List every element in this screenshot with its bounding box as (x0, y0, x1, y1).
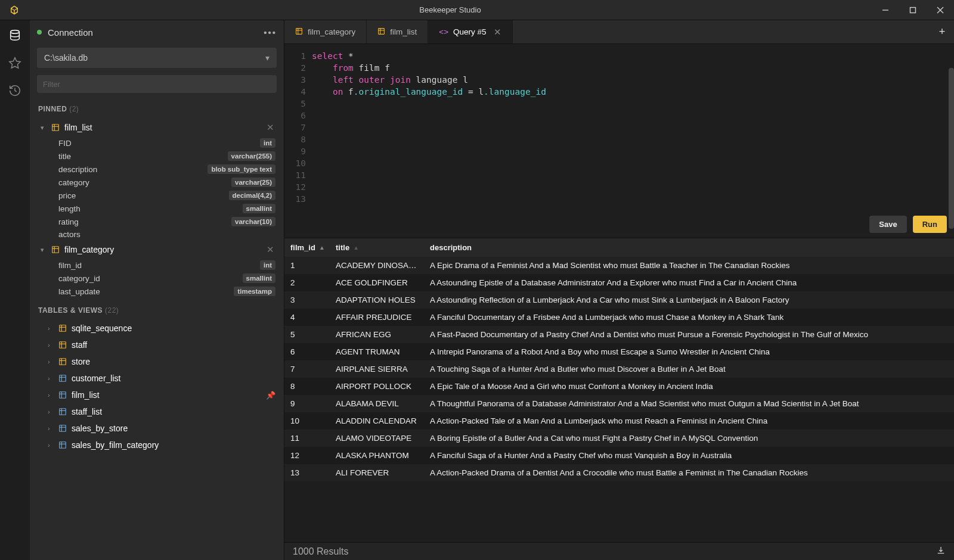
cell-film-id: 1 (284, 257, 330, 274)
filter-input-wrap[interactable] (37, 75, 277, 93)
results-row[interactable]: 6 AGENT TRUMAN A Intrepid Panorama of a … (284, 343, 954, 360)
cell-film-id: 5 (284, 326, 330, 343)
table-icon (58, 391, 67, 399)
column-name: length (58, 204, 243, 213)
column-name: last_update (58, 287, 234, 296)
results-row[interactable]: 5 AFRICAN EGG A Fast-Paced Documentary o… (284, 326, 954, 343)
column-type-pill: varchar(25) (231, 178, 275, 187)
unpin-button[interactable]: ✕ (265, 244, 275, 255)
tab[interactable]: <>Query #5✕ (428, 20, 512, 43)
table-name: staff_list (72, 407, 275, 416)
results-row[interactable]: 1 ACADEMY DINOSAUR A Epic Drama of a Fem… (284, 257, 954, 274)
results-row[interactable]: 9 ALABAMA DEVIL A Thoughtful Panorama of… (284, 395, 954, 412)
sql-editor[interactable]: 12345678910111213 select * from film f l… (284, 44, 954, 211)
tabs-row: film_categoryfilm_list<>Query #5✕ + (284, 20, 954, 44)
svg-rect-23 (60, 392, 66, 399)
svg-rect-8 (52, 247, 59, 253)
svg-rect-1 (910, 7, 916, 13)
column-row[interactable]: descriptionblob sub_type text (30, 163, 284, 176)
table-list-item[interactable]: › customer_list (30, 370, 284, 387)
col-header-title[interactable]: title▲ (330, 238, 424, 257)
unpin-button[interactable]: ✕ (265, 122, 275, 133)
table-list-item[interactable]: › film_list📌 (30, 387, 284, 403)
table-list-item[interactable]: › sales_by_film_category (30, 437, 284, 453)
cell-film-id: 7 (284, 360, 330, 378)
table-icon (58, 357, 67, 366)
cell-title: ALAMO VIDEOTAPE (330, 430, 424, 447)
cell-film-id: 4 (284, 309, 330, 326)
column-row[interactable]: film_idint (30, 259, 284, 272)
tables-section-label: TABLES & VIEWS (22) (30, 298, 284, 320)
table-list-item[interactable]: › staff (30, 337, 284, 353)
close-button[interactable] (927, 0, 954, 20)
database-icon[interactable] (8, 29, 22, 43)
column-row[interactable]: category_idsmallint (30, 272, 284, 285)
table-icon (58, 374, 67, 382)
table-list-item[interactable]: › staff_list (30, 403, 284, 420)
svg-rect-32 (60, 442, 66, 449)
save-button[interactable]: Save (869, 216, 906, 233)
chevron-right-icon: › (48, 408, 54, 415)
table-icon (51, 245, 60, 254)
status-bar: 1000 Results (284, 542, 954, 560)
column-type-pill: int (260, 138, 275, 148)
pinned-table-item[interactable]: ▾ film_category ✕ (30, 241, 284, 259)
table-list-item[interactable]: › sqlite_sequence (30, 320, 284, 337)
results-row[interactable]: 11 ALAMO VIDEOTAPE A Boring Epistle of a… (284, 430, 954, 447)
cell-film-id: 3 (284, 291, 330, 309)
column-type-pill: smallint (243, 273, 275, 283)
svg-rect-5 (52, 125, 59, 131)
results-row[interactable]: 4 AFFAIR PREJUDICE A Fanciful Documentar… (284, 309, 954, 326)
column-type-pill: varchar(10) (231, 217, 275, 226)
connection-status-dot (37, 30, 42, 35)
chevron-right-icon: › (48, 441, 54, 449)
column-row[interactable]: titlevarchar(255) (30, 150, 284, 163)
column-type-pill: timestamp (234, 287, 275, 296)
editor-scrollbar[interactable] (949, 68, 954, 229)
history-icon[interactable] (8, 83, 22, 98)
column-row[interactable]: categoryvarchar(25) (30, 176, 284, 189)
table-list-item[interactable]: › store (30, 353, 284, 370)
pinned-table-item[interactable]: ▾ film_list ✕ (30, 119, 284, 136)
tab-label: film_list (390, 27, 417, 36)
column-row[interactable]: pricedecimal(4,2) (30, 189, 284, 202)
editor-gutter: 12345678910111213 (284, 50, 312, 205)
add-tab-button[interactable]: + (930, 20, 954, 43)
column-row[interactable]: last_updatetimestamp (30, 285, 284, 298)
run-button[interactable]: Run (913, 216, 947, 233)
star-icon[interactable] (8, 56, 22, 70)
cell-title: AIRPLANE SIERRA (330, 360, 424, 378)
tab-close-button[interactable]: ✕ (494, 27, 501, 38)
pinned-section-label: PINNED (2) (30, 97, 284, 119)
database-selector[interactable]: C:\sakila.db ▾ (37, 48, 277, 68)
results-row[interactable]: 13 ALI FOREVER A Action-Packed Drama of … (284, 464, 954, 481)
connection-menu-button[interactable]: ••• (264, 27, 277, 38)
minimize-button[interactable] (872, 0, 899, 20)
results-row[interactable]: 8 AIRPORT POLLOCK A Epic Tale of a Moose… (284, 378, 954, 395)
maximize-button[interactable] (899, 0, 927, 20)
column-row[interactable]: ratingvarchar(10) (30, 215, 284, 228)
tab[interactable]: film_category (284, 20, 367, 43)
results-row[interactable]: 2 ACE GOLDFINGER A Astounding Epistle of… (284, 274, 954, 291)
results-row[interactable]: 10 ALADDIN CALENDAR A Action-Packed Tale… (284, 412, 954, 430)
filter-input[interactable] (43, 80, 271, 89)
results-row[interactable]: 3 ADAPTATION HOLES A Astounding Reflecti… (284, 291, 954, 309)
table-list-item[interactable]: › sales_by_store (30, 420, 284, 437)
column-row[interactable]: FIDint (30, 136, 284, 150)
results-table[interactable]: film_id▲ title▲ description 1 ACADEMY DI… (284, 238, 954, 542)
table-icon (58, 441, 67, 449)
col-header-film-id[interactable]: film_id▲ (284, 238, 330, 257)
column-row[interactable]: actors (30, 228, 284, 241)
column-row[interactable]: lengthsmallint (30, 202, 284, 215)
chevron-right-icon: › (48, 425, 54, 432)
download-icon[interactable] (936, 546, 946, 558)
col-header-description[interactable]: description (424, 238, 954, 257)
tab[interactable]: film_list (367, 20, 428, 43)
results-header: film_id▲ title▲ description (284, 238, 954, 257)
app-logo (0, 5, 29, 15)
cell-description: A Astounding Epistle of a Database Admin… (424, 274, 954, 291)
results-row[interactable]: 7 AIRPLANE SIERRA A Touching Saga of a H… (284, 360, 954, 378)
results-row[interactable]: 12 ALASKA PHANTOM A Fanciful Saga of a H… (284, 447, 954, 464)
cell-film-id: 12 (284, 447, 330, 464)
sidebar: Connection ••• C:\sakila.db ▾ PINNED (2)… (30, 20, 284, 560)
